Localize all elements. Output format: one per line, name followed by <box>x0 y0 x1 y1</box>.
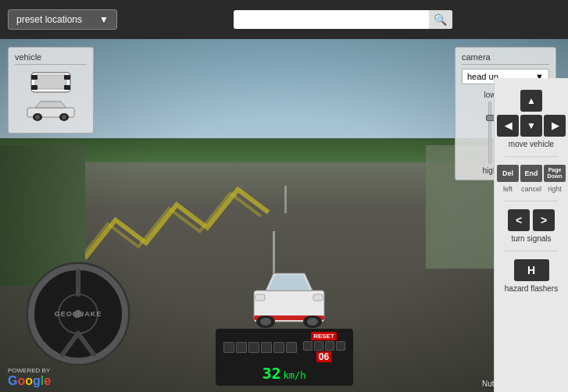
svg-point-21 <box>62 115 66 119</box>
turn-signals-row: < > <box>508 209 555 231</box>
steering-wheel-svg: GEOQUAKE <box>23 259 133 369</box>
gear-box-6 <box>286 342 297 353</box>
svg-rect-13 <box>64 75 70 80</box>
move-vehicle-section: ▲ ◀ ▼ ▶ move vehicle <box>498 90 564 148</box>
g-yellow: o <box>25 374 33 387</box>
g-blue2: g <box>33 374 41 387</box>
svg-rect-11 <box>35 75 66 89</box>
del-button[interactable]: Del <box>497 165 519 182</box>
google-text: Google <box>8 374 51 388</box>
end-button[interactable]: End <box>520 165 542 182</box>
chevron-down-icon: ▼ <box>99 14 109 25</box>
search-input[interactable] <box>234 10 452 29</box>
hazard-section: H hazard flashers <box>498 259 564 293</box>
del-end-row: Del End PageDown <box>497 165 566 182</box>
car-top-view <box>23 69 78 96</box>
del-end-section: Del End PageDown left cancel right <box>498 165 564 193</box>
gear-boxes-left <box>223 342 297 353</box>
search-icon: 🔍 <box>434 13 447 26</box>
move-left-button[interactable]: ◀ <box>497 115 519 137</box>
preset-dropdown[interactable]: preset locations ▼ <box>8 9 117 30</box>
street-view-area: vehicle <box>0 39 568 392</box>
camera-slider-left[interactable] <box>488 102 491 164</box>
gear-box-5 <box>273 342 284 353</box>
move-vehicle-label: move vehicle <box>509 140 554 148</box>
hazard-button[interactable]: H <box>514 259 549 281</box>
car-3d <box>242 259 336 330</box>
car-top-svg <box>23 69 78 96</box>
turn-signals-section: < > turn signals <box>498 209 564 243</box>
hud-wrapper: RESET 06 32 km/h <box>216 329 353 386</box>
page-down-button[interactable]: PageDown <box>544 165 566 182</box>
divider-3 <box>505 251 557 251</box>
svg-marker-2 <box>268 275 310 290</box>
g-blue: G <box>8 374 17 387</box>
speed-unit: km/h <box>284 370 306 381</box>
vehicle-panel-title: vehicle <box>15 52 87 65</box>
turn-right-button[interactable]: > <box>533 209 555 231</box>
right-sublabel: right <box>544 185 566 193</box>
svg-rect-12 <box>31 75 38 80</box>
svg-point-29 <box>74 310 82 318</box>
gear-box-2 <box>236 342 247 353</box>
svg-point-20 <box>35 115 40 119</box>
search-wrapper: 🔍 <box>234 10 452 29</box>
move-down-button[interactable]: ▼ <box>520 115 542 137</box>
move-up-button[interactable]: ▲ <box>520 90 542 112</box>
steering-wheel[interactable]: GEOQUAKE <box>23 259 133 369</box>
cancel-sublabel: cancel <box>520 185 542 193</box>
move-up-row: ▲ <box>520 90 542 112</box>
hud-top: RESET 06 <box>223 332 345 362</box>
search-button[interactable]: 🔍 <box>429 10 452 29</box>
top-bar: preset locations ▼ 🔍 <box>0 0 568 39</box>
speed-value: 32 <box>263 364 281 383</box>
g-red2: e <box>44 374 51 387</box>
left-sublabel: left <box>497 185 519 193</box>
gear-box-4 <box>261 342 272 353</box>
svg-rect-14 <box>31 85 38 90</box>
hazard-flashers-label: hazard flashers <box>505 284 558 293</box>
gr-box-3 <box>325 341 334 351</box>
g-red: o <box>17 374 25 387</box>
gear-boxes-right <box>303 341 345 351</box>
search-container: 🔍 <box>125 10 560 29</box>
turn-left-button[interactable]: < <box>508 209 530 231</box>
google-logo: POWERED BY Google <box>8 367 51 388</box>
speed-row: 32 km/h <box>263 364 306 383</box>
divider-1 <box>505 156 557 157</box>
hud-inner: RESET 06 32 km/h <box>216 329 353 386</box>
move-right-button[interactable]: ▶ <box>544 115 566 137</box>
main-area: vehicle <box>0 39 568 392</box>
vehicle-panel: vehicle <box>8 47 94 134</box>
turn-signals-label: turn signals <box>511 234 551 243</box>
gr-box-2 <box>314 341 323 351</box>
svg-rect-15 <box>64 85 70 90</box>
gear-number: 06 <box>316 351 331 362</box>
reset-button[interactable]: RESET <box>311 332 337 340</box>
camera-panel-title: camera <box>462 52 549 65</box>
car-3d-svg <box>242 259 336 330</box>
gear-box-1 <box>223 342 234 353</box>
gr-box-4 <box>336 341 345 351</box>
svg-rect-8 <box>255 294 265 301</box>
right-controls-panel: ▲ ◀ ▼ ▶ move vehicle Del End PageDown <box>494 78 568 392</box>
gear-box-3 <box>248 342 259 353</box>
move-middle-row: ◀ ▼ ▶ <box>497 115 566 137</box>
svg-point-7 <box>307 318 318 326</box>
divider-2 <box>505 201 557 201</box>
svg-marker-17 <box>35 102 66 108</box>
gear-right-section: RESET 06 <box>303 332 345 362</box>
powered-by-text: POWERED BY <box>8 367 51 374</box>
car-side-view <box>23 98 78 126</box>
del-end-labels: left cancel right <box>497 185 566 193</box>
preset-label: preset locations <box>16 14 82 25</box>
svg-rect-9 <box>313 294 323 301</box>
svg-point-6 <box>260 318 271 326</box>
gr-box-1 <box>303 341 313 351</box>
app: preset locations ▼ 🔍 <box>0 0 568 392</box>
car-side-svg <box>23 98 78 122</box>
